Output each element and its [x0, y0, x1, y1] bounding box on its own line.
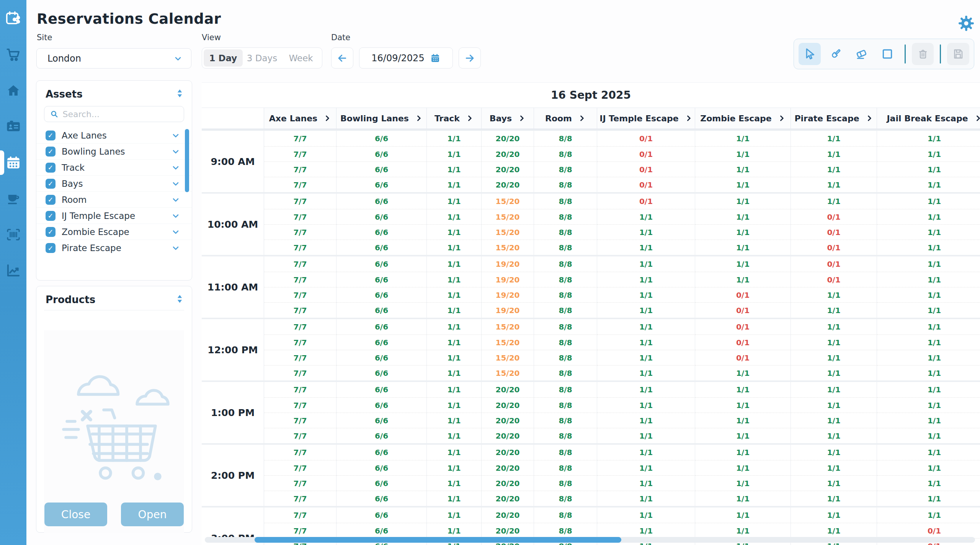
availability-cell[interactable]: 20/20	[482, 460, 534, 475]
availability-cell[interactable]: 1/1	[877, 460, 980, 475]
availability-cell[interactable]: 1/1	[427, 209, 482, 224]
availability-cell[interactable]: 1/1	[695, 413, 791, 428]
availability-cell[interactable]: 1/1	[597, 460, 695, 475]
availability-cell[interactable]: 1/1	[597, 256, 695, 272]
availability-cell[interactable]: 1/1	[427, 177, 482, 192]
availability-cell[interactable]: 1/1	[877, 209, 980, 224]
availability-cell[interactable]: 1/1	[597, 224, 695, 240]
availability-cell[interactable]: 0/1	[791, 224, 877, 240]
availability-cell[interactable]: 0/1	[695, 302, 791, 318]
asset-row[interactable]: ✓IJ Temple Escape	[36, 208, 192, 224]
availability-cell[interactable]: 15/20	[482, 209, 534, 224]
availability-cell[interactable]: 1/1	[791, 428, 877, 443]
availability-cell[interactable]: 1/1	[695, 365, 791, 380]
eraser-icon[interactable]	[850, 43, 872, 65]
availability-cell[interactable]: 7/7	[264, 162, 336, 177]
availability-cell[interactable]: 1/1	[791, 287, 877, 302]
availability-cell[interactable]: 1/1	[695, 445, 791, 460]
date-input[interactable]: 16/09/2025	[359, 47, 453, 69]
close-button[interactable]: Close	[44, 503, 107, 526]
availability-cell[interactable]: 1/1	[695, 224, 791, 240]
availability-cell[interactable]: 8/8	[534, 445, 597, 460]
availability-cell[interactable]: 1/1	[791, 460, 877, 475]
availability-cell[interactable]: 6/6	[336, 507, 427, 523]
availability-cell[interactable]: 20/20	[482, 177, 534, 192]
availability-cell[interactable]: 7/7	[264, 335, 336, 350]
availability-cell[interactable]: 8/8	[534, 523, 597, 538]
paintbrush-icon[interactable]	[825, 43, 847, 65]
availability-cell[interactable]: 1/1	[877, 413, 980, 428]
availability-cell[interactable]: 1/1	[427, 319, 482, 335]
coffee-icon[interactable]	[0, 189, 26, 208]
column-header[interactable]: Axe Lanes	[264, 108, 336, 129]
availability-cell[interactable]: 1/1	[695, 491, 791, 506]
availability-cell[interactable]: 1/1	[427, 131, 482, 146]
availability-cell[interactable]: 8/8	[534, 272, 597, 287]
app-logo-calendar-share[interactable]	[0, 10, 26, 28]
column-header[interactable]: Bays	[482, 108, 534, 129]
availability-cell[interactable]: 6/6	[336, 302, 427, 318]
availability-cell[interactable]: 1/1	[791, 146, 877, 162]
availability-cell[interactable]: 8/8	[534, 131, 597, 146]
availability-cell[interactable]: 8/8	[534, 319, 597, 335]
availability-cell[interactable]: 0/1	[597, 194, 695, 209]
availability-cell[interactable]: 7/7	[264, 302, 336, 318]
availability-cell[interactable]: 1/1	[877, 302, 980, 318]
availability-cell[interactable]: 0/1	[791, 256, 877, 272]
availability-cell[interactable]: 1/1	[877, 162, 980, 177]
column-header[interactable]: IJ Temple Escape	[597, 108, 695, 129]
availability-cell[interactable]: 1/1	[877, 335, 980, 350]
availability-cell[interactable]: 1/1	[427, 507, 482, 523]
availability-cell[interactable]: 1/1	[597, 335, 695, 350]
availability-cell[interactable]: 1/1	[427, 256, 482, 272]
availability-cell[interactable]: 6/6	[336, 523, 427, 538]
asset-row[interactable]: ✓Pirate Escape	[36, 240, 192, 256]
availability-cell[interactable]: 1/1	[877, 365, 980, 380]
sort-arrows-icon[interactable]	[177, 89, 183, 100]
view-option-week[interactable]: Week	[281, 49, 320, 67]
availability-cell[interactable]: 7/7	[264, 397, 336, 413]
availability-cell[interactable]: 0/1	[695, 335, 791, 350]
availability-cell[interactable]: 6/6	[336, 460, 427, 475]
availability-cell[interactable]: 8/8	[534, 335, 597, 350]
availability-cell[interactable]: 1/1	[597, 445, 695, 460]
availability-cell[interactable]: 0/1	[695, 350, 791, 365]
availability-cell[interactable]: 15/20	[482, 335, 534, 350]
availability-cell[interactable]: 1/1	[695, 240, 791, 255]
availability-cell[interactable]: 1/1	[597, 272, 695, 287]
availability-cell[interactable]: 6/6	[336, 445, 427, 460]
availability-cell[interactable]: 6/6	[336, 491, 427, 506]
availability-cell[interactable]: 0/1	[695, 319, 791, 335]
availability-cell[interactable]: 8/8	[534, 240, 597, 255]
availability-cell[interactable]: 1/1	[791, 335, 877, 350]
availability-cell[interactable]: 8/8	[534, 475, 597, 491]
availability-cell[interactable]: 15/20	[482, 365, 534, 380]
settings-gear-icon[interactable]	[956, 13, 976, 33]
availability-cell[interactable]: 7/7	[264, 365, 336, 380]
availability-cell[interactable]: 1/1	[695, 523, 791, 538]
availability-cell[interactable]: 8/8	[534, 302, 597, 318]
availability-cell[interactable]: 1/1	[597, 382, 695, 397]
availability-cell[interactable]: 1/1	[597, 302, 695, 318]
availability-cell[interactable]: 8/8	[534, 350, 597, 365]
availability-cell[interactable]: 1/1	[791, 445, 877, 460]
availability-cell[interactable]: 1/1	[791, 397, 877, 413]
home-icon[interactable]	[0, 82, 26, 100]
horizontal-scrollbar[interactable]	[205, 537, 975, 543]
asset-checkbox[interactable]: ✓	[46, 243, 56, 253]
asset-row[interactable]: ✓Room	[36, 192, 192, 208]
asset-row[interactable]: ✓Axe Lanes	[36, 127, 192, 144]
column-header[interactable]: Room	[534, 108, 597, 129]
availability-cell[interactable]: 0/1	[597, 131, 695, 146]
availability-cell[interactable]: 8/8	[534, 194, 597, 209]
availability-cell[interactable]: 8/8	[534, 162, 597, 177]
availability-cell[interactable]: 1/1	[695, 256, 791, 272]
availability-cell[interactable]: 6/6	[336, 256, 427, 272]
availability-cell[interactable]: 0/1	[597, 177, 695, 192]
availability-cell[interactable]: 1/1	[877, 350, 980, 365]
availability-cell[interactable]: 7/7	[264, 475, 336, 491]
availability-cell[interactable]: 6/6	[336, 397, 427, 413]
asset-row[interactable]: ✓Track	[36, 160, 192, 176]
availability-cell[interactable]: 1/1	[791, 177, 877, 192]
availability-cell[interactable]: 20/20	[482, 445, 534, 460]
